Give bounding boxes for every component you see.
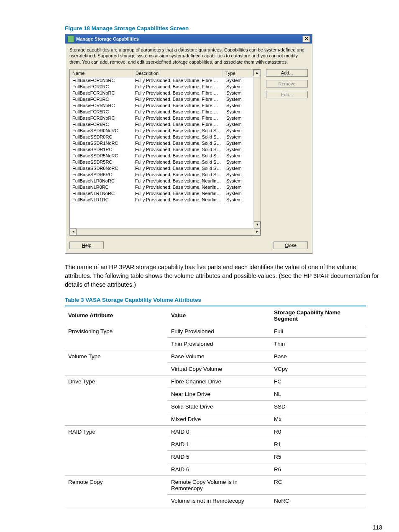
list-item[interactable]: FullBaseFCR0NoRCFully Provisioned, Base …: [70, 77, 254, 84]
cell-type: System: [224, 165, 254, 172]
cell-description: Fully Provisioned, Base volume, Solid St…: [133, 165, 224, 172]
list-item[interactable]: FullBaseFCR0RCFully Provisioned, Base vo…: [70, 84, 254, 90]
close-icon[interactable]: ✕: [302, 36, 310, 42]
cell-type: System: [224, 128, 254, 134]
remove-button[interactable]: Remove: [266, 80, 308, 87]
list-item[interactable]: FullBaseSSDR5RCFully Provisioned, Base v…: [70, 159, 254, 165]
cell-value: Near Line Drive: [168, 388, 271, 400]
cell-attribute: Volume Type: [65, 350, 168, 375]
cell-value: RAID 0: [168, 425, 271, 438]
cell-value: Base Volume: [168, 350, 271, 362]
horizontal-scrollbar[interactable]: ◂ ▸: [70, 228, 261, 235]
cell-type: System: [224, 178, 254, 184]
vertical-scrollbar[interactable]: ▾: [253, 77, 261, 228]
cell-segment: R1: [271, 438, 366, 450]
cell-value: Solid State Drive: [168, 400, 271, 413]
list-item[interactable]: FullBaseNLR1RCFully Provisioned, Base vo…: [70, 197, 254, 203]
cell-name: FullBaseSSDR5RC: [70, 159, 133, 165]
cell-type: System: [224, 90, 254, 96]
list-item[interactable]: FullBaseFCR1RCFully Provisioned, Base vo…: [70, 96, 254, 103]
list-item[interactable]: FullBaseSSDR6NoRCFully Provisioned, Base…: [70, 165, 254, 172]
scroll-up-icon[interactable]: ▴: [253, 69, 260, 76]
cell-name: FullBaseFCR0RC: [70, 84, 133, 90]
cell-type: System: [224, 121, 254, 128]
cell-name: FullBaseFCR5RC: [70, 109, 133, 115]
cell-name: FullBaseSSDR5NoRC: [70, 153, 133, 159]
header-description[interactable]: Description: [133, 69, 223, 77]
cell-value: Fibre Channel Drive: [168, 375, 271, 388]
cell-type: System: [224, 96, 254, 103]
list-item[interactable]: FullBaseSSDR0NoRCFully Provisioned, Base…: [70, 128, 254, 134]
cell-segment: Full: [271, 325, 366, 337]
list-item[interactable]: FullBaseNLR1NoRCFully Provisioned, Base …: [70, 190, 254, 197]
scroll-right-icon[interactable]: ▸: [254, 229, 261, 235]
list-item[interactable]: FullBaseSSDR5NoRCFully Provisioned, Base…: [70, 153, 254, 159]
cell-type: System: [224, 190, 254, 197]
cell-value: RAID 5: [168, 450, 271, 463]
cell-attribute: RAID Type: [65, 425, 168, 475]
cell-description: Fully Provisioned, Base volume, Fibre Ch…: [133, 115, 224, 121]
cell-type: System: [224, 115, 254, 121]
dialog-intro-text: Storage capabilities are a group of para…: [69, 47, 308, 65]
cell-name: FullBaseSSDR0RC: [70, 134, 133, 140]
list-item[interactable]: FullBaseNLR0NoRCFully Provisioned, Base …: [70, 178, 254, 184]
list-item[interactable]: FullBaseFCR6NoRCFully Provisioned, Base …: [70, 115, 254, 121]
cell-segment: NL: [271, 388, 366, 400]
list-item[interactable]: FullBaseSSDR1RCFully Provisioned, Base v…: [70, 146, 254, 153]
cell-description: Fully Provisioned, Base volume, Fibre Ch…: [133, 90, 224, 96]
cell-description: Fully Provisioned, Base volume, Fibre Ch…: [133, 96, 224, 103]
cell-segment: R5: [271, 450, 366, 463]
cell-name: FullBaseFCR6RC: [70, 121, 133, 128]
list-item[interactable]: FullBaseNLR0RCFully Provisioned, Base vo…: [70, 184, 254, 190]
th-segment: Storage Capability Name Segment: [271, 306, 366, 325]
table-title: Table 3 VASA Storage Capability Volume A…: [65, 297, 382, 303]
cell-name: FullBaseFCR1NoRC: [70, 90, 133, 96]
edit-button[interactable]: Edit...: [266, 91, 308, 98]
cell-type: System: [224, 197, 254, 203]
list-item[interactable]: FullBaseSSDR0RCFully Provisioned, Base v…: [70, 134, 254, 140]
cell-name: FullBaseSSDR0NoRC: [70, 128, 133, 134]
list-item[interactable]: FullBaseFCR6RCFully Provisioned, Base vo…: [70, 121, 254, 128]
header-type[interactable]: Type: [223, 69, 253, 77]
add-button[interactable]: Add...: [266, 69, 308, 77]
list-item[interactable]: FullBaseSSDR1NoRCFully Provisioned, Base…: [70, 140, 254, 146]
cell-description: Fully Provisioned, Base volume, Nearline…: [133, 197, 224, 203]
list-item[interactable]: FullBaseFCR1NoRCFully Provisioned, Base …: [70, 90, 254, 96]
table-row: Remote CopyRemote Copy Volume is in Remo…: [65, 475, 366, 494]
list-item[interactable]: FullBaseFCR5RCFully Provisioned, Base vo…: [70, 109, 254, 115]
cell-value: Thin Provisioned: [168, 337, 271, 350]
table-row: Provisioning TypeFully ProvisionedFull: [65, 325, 366, 337]
cell-attribute: Drive Type: [65, 375, 168, 425]
cell-value: RAID 1: [168, 438, 271, 450]
table-row: Volume TypeBase VolumeBase: [65, 350, 366, 362]
cell-type: System: [224, 172, 254, 178]
dialog: Manage Storage Capabilities ✕ Storage ca…: [65, 34, 312, 254]
figure-title: Figure 18 Manage Storage Capabilities Sc…: [65, 25, 382, 31]
cell-value: Remote Copy Volume is in Remotecopy: [168, 475, 271, 494]
cell-type: System: [224, 84, 254, 90]
header-name[interactable]: Name: [70, 69, 133, 77]
cell-description: Fully Provisioned, Base volume, Nearline…: [133, 184, 224, 190]
cell-description: Fully Provisioned, Base volume, Fibre Ch…: [133, 84, 224, 90]
cell-segment: SSD: [271, 400, 366, 413]
scroll-left-icon[interactable]: ◂: [70, 229, 77, 235]
cell-segment: NoRC: [271, 494, 366, 507]
cell-name: FullBaseFCR5NoRC: [70, 103, 133, 109]
cell-description: Fully Provisioned, Base volume, Solid St…: [133, 140, 224, 146]
list-item[interactable]: FullBaseSSDR6RCFully Provisioned, Base v…: [70, 172, 254, 178]
cell-description: Fully Provisioned, Base volume, Fibre Ch…: [133, 121, 224, 128]
cell-description: Fully Provisioned, Base volume, Fibre Ch…: [133, 77, 224, 84]
cell-description: Fully Provisioned, Base volume, Nearline…: [133, 190, 224, 197]
table-row: Drive TypeFibre Channel DriveFC: [65, 375, 366, 388]
cell-type: System: [224, 140, 254, 146]
help-button[interactable]: Help: [69, 242, 104, 249]
list-item[interactable]: FullBaseFCR5NoRCFully Provisioned, Base …: [70, 103, 254, 109]
scroll-down-icon[interactable]: ▾: [254, 221, 261, 228]
close-button[interactable]: Close: [274, 242, 308, 249]
cell-segment: Base: [271, 350, 366, 362]
th-attribute: Volume Attribute: [65, 306, 168, 325]
cell-description: Fully Provisioned, Base volume, Solid St…: [133, 153, 224, 159]
cell-description: Fully Provisioned, Base volume, Fibre Ch…: [133, 109, 224, 115]
cell-name: FullBaseSSDR1NoRC: [70, 140, 133, 146]
capabilities-listview[interactable]: Name Description Type ▴ FullBaseFCR0NoRC…: [69, 69, 261, 236]
